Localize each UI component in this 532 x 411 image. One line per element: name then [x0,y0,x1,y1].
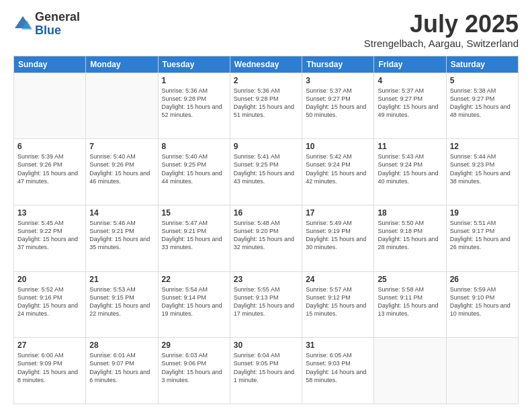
calendar-day: 22Sunrise: 5:54 AMSunset: 9:14 PMDayligh… [158,271,230,338]
day-number: 17 [306,208,370,218]
calendar-day: 5Sunrise: 5:38 AMSunset: 9:27 PMDaylight… [446,73,518,139]
day-info: Sunrise: 5:36 AMSunset: 9:28 PMDaylight:… [234,87,298,120]
page: General Blue July 2025 Strengelbach, Aar… [0,0,532,411]
calendar-day: 23Sunrise: 5:55 AMSunset: 9:13 PMDayligh… [230,271,302,338]
logo-blue-text: Blue [35,24,80,38]
month-title: July 2025 [364,11,519,38]
day-number: 18 [378,208,442,218]
day-number: 30 [234,340,298,350]
day-info: Sunrise: 5:37 AMSunset: 9:27 PMDaylight:… [378,87,442,120]
day-info: Sunrise: 5:54 AMSunset: 9:14 PMDaylight:… [162,285,226,318]
logo-general-text: General [35,11,80,24]
day-number: 19 [450,208,515,218]
calendar-day: 14Sunrise: 5:46 AMSunset: 9:21 PMDayligh… [86,205,158,271]
day-info: Sunrise: 5:42 AMSunset: 9:24 PMDaylight:… [306,152,370,185]
day-number: 7 [89,142,154,151]
day-number: 27 [17,340,82,350]
header: General Blue July 2025 Strengelbach, Aar… [13,11,519,49]
day-info: Sunrise: 5:48 AMSunset: 9:20 PMDaylight:… [234,219,298,252]
calendar-week-row: 27Sunrise: 6:00 AMSunset: 9:09 PMDayligh… [14,338,519,404]
calendar-day: 11Sunrise: 5:43 AMSunset: 9:24 PMDayligh… [374,139,446,205]
day-number: 24 [306,275,370,284]
day-info: Sunrise: 5:38 AMSunset: 9:27 PMDaylight:… [450,87,515,120]
day-info: Sunrise: 5:43 AMSunset: 9:24 PMDaylight:… [378,152,442,185]
logo-text: General Blue [35,11,80,38]
day-number: 2 [234,76,298,85]
location-title: Strengelbach, Aargau, Switzerland [364,38,519,49]
calendar-day: 30Sunrise: 6:04 AMSunset: 9:05 PMDayligh… [230,338,302,404]
day-info: Sunrise: 5:55 AMSunset: 9:13 PMDaylight:… [234,285,298,318]
day-number: 13 [17,208,82,218]
calendar-day: 9Sunrise: 5:41 AMSunset: 9:25 PMDaylight… [230,139,302,205]
weekday-header-row: Sunday Monday Tuesday Wednesday Thursday… [14,56,519,73]
calendar-week-row: 1Sunrise: 5:36 AMSunset: 9:28 PMDaylight… [14,73,519,139]
day-number: 4 [378,76,442,85]
calendar-week-row: 13Sunrise: 5:45 AMSunset: 9:22 PMDayligh… [14,205,519,271]
calendar-week-row: 20Sunrise: 5:52 AMSunset: 9:16 PMDayligh… [14,271,519,338]
day-number: 21 [89,275,154,284]
calendar-day: 28Sunrise: 6:01 AMSunset: 9:07 PMDayligh… [86,338,158,404]
calendar-day: 8Sunrise: 5:40 AMSunset: 9:25 PMDaylight… [158,139,230,205]
calendar-day: 7Sunrise: 5:40 AMSunset: 9:26 PMDaylight… [86,139,158,205]
calendar-day: 10Sunrise: 5:42 AMSunset: 9:24 PMDayligh… [302,139,374,205]
day-info: Sunrise: 5:49 AMSunset: 9:19 PMDaylight:… [306,219,370,252]
calendar-day: 24Sunrise: 5:57 AMSunset: 9:12 PMDayligh… [302,271,374,338]
calendar-day: 13Sunrise: 5:45 AMSunset: 9:22 PMDayligh… [14,205,86,271]
calendar-day: 19Sunrise: 5:51 AMSunset: 9:17 PMDayligh… [446,205,518,271]
day-info: Sunrise: 5:44 AMSunset: 9:23 PMDaylight:… [450,152,515,185]
day-number: 6 [17,142,82,151]
calendar-day: 27Sunrise: 6:00 AMSunset: 9:09 PMDayligh… [14,338,86,404]
day-info: Sunrise: 5:52 AMSunset: 9:16 PMDaylight:… [17,285,82,318]
header-wednesday: Wednesday [230,56,302,73]
day-info: Sunrise: 5:39 AMSunset: 9:26 PMDaylight:… [17,152,82,185]
calendar-day: 29Sunrise: 6:03 AMSunset: 9:06 PMDayligh… [158,338,230,404]
day-info: Sunrise: 6:03 AMSunset: 9:06 PMDaylight:… [162,351,226,384]
header-tuesday: Tuesday [158,56,230,73]
day-number: 20 [17,275,82,284]
calendar-day [86,73,158,139]
calendar-day: 17Sunrise: 5:49 AMSunset: 9:19 PMDayligh… [302,205,374,271]
calendar-day [446,338,518,404]
calendar-day: 2Sunrise: 5:36 AMSunset: 9:28 PMDaylight… [230,73,302,139]
day-info: Sunrise: 5:40 AMSunset: 9:25 PMDaylight:… [162,152,226,185]
day-info: Sunrise: 5:45 AMSunset: 9:22 PMDaylight:… [17,219,82,252]
day-number: 12 [450,142,515,151]
day-info: Sunrise: 5:41 AMSunset: 9:25 PMDaylight:… [234,152,298,185]
header-thursday: Thursday [302,56,374,73]
day-info: Sunrise: 5:40 AMSunset: 9:26 PMDaylight:… [89,152,154,185]
day-number: 25 [378,275,442,284]
calendar-day: 16Sunrise: 5:48 AMSunset: 9:20 PMDayligh… [230,205,302,271]
day-info: Sunrise: 5:36 AMSunset: 9:28 PMDaylight:… [162,87,226,120]
day-number: 14 [89,208,154,218]
title-section: July 2025 Strengelbach, Aargau, Switzerl… [364,11,519,49]
day-info: Sunrise: 6:00 AMSunset: 9:09 PMDaylight:… [17,351,82,384]
day-number: 28 [89,340,154,350]
calendar-day: 4Sunrise: 5:37 AMSunset: 9:27 PMDaylight… [374,73,446,139]
logo: General Blue [13,11,80,38]
header-saturday: Saturday [446,56,518,73]
calendar-day: 15Sunrise: 5:47 AMSunset: 9:21 PMDayligh… [158,205,230,271]
day-number: 29 [162,340,226,350]
calendar-day: 26Sunrise: 5:59 AMSunset: 9:10 PMDayligh… [446,271,518,338]
day-number: 1 [162,76,226,85]
day-number: 31 [306,340,370,350]
day-info: Sunrise: 6:05 AMSunset: 9:03 PMDaylight:… [306,351,370,384]
calendar-day: 6Sunrise: 5:39 AMSunset: 9:26 PMDaylight… [14,139,86,205]
day-info: Sunrise: 5:47 AMSunset: 9:21 PMDaylight:… [162,219,226,252]
header-sunday: Sunday [14,56,86,73]
calendar-day: 1Sunrise: 5:36 AMSunset: 9:28 PMDaylight… [158,73,230,139]
day-info: Sunrise: 5:46 AMSunset: 9:21 PMDaylight:… [89,219,154,252]
day-info: Sunrise: 5:57 AMSunset: 9:12 PMDaylight:… [306,285,370,318]
calendar-day: 18Sunrise: 5:50 AMSunset: 9:18 PMDayligh… [374,205,446,271]
calendar-day: 20Sunrise: 5:52 AMSunset: 9:16 PMDayligh… [14,271,86,338]
calendar-day: 25Sunrise: 5:58 AMSunset: 9:11 PMDayligh… [374,271,446,338]
header-friday: Friday [374,56,446,73]
day-number: 22 [162,275,226,284]
day-number: 26 [450,275,515,284]
day-number: 3 [306,76,370,85]
logo-icon [13,15,32,34]
day-info: Sunrise: 5:58 AMSunset: 9:11 PMDaylight:… [378,285,442,318]
day-info: Sunrise: 5:37 AMSunset: 9:27 PMDaylight:… [306,87,370,120]
calendar-week-row: 6Sunrise: 5:39 AMSunset: 9:26 PMDaylight… [14,139,519,205]
day-number: 10 [306,142,370,151]
